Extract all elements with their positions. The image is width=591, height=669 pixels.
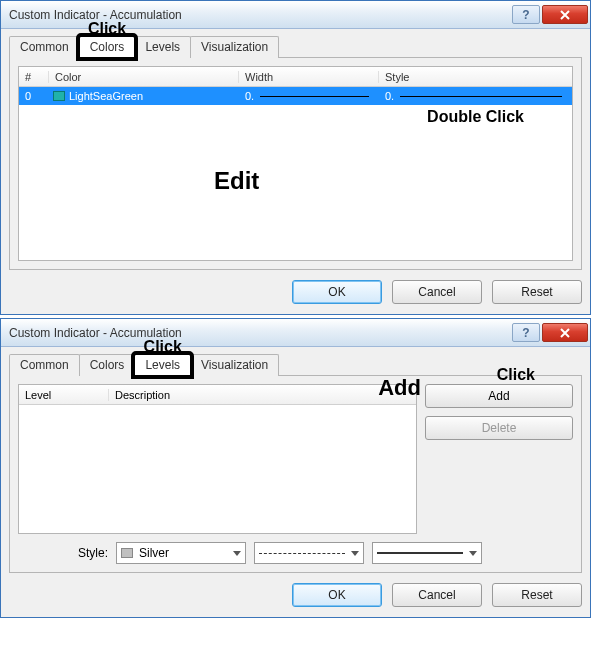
dialog-body: Common Colors Click Levels Visualization… bbox=[1, 29, 590, 314]
colors-table: # Color Width Style 0 LightSeaGreen 0. bbox=[18, 66, 573, 261]
table-row[interactable]: 0 LightSeaGreen 0. 0. bbox=[19, 87, 572, 105]
color-swatch-icon bbox=[53, 91, 65, 101]
line-sample-icon bbox=[260, 96, 369, 97]
button-row: OK Cancel Reset bbox=[9, 583, 582, 607]
window-title: Custom Indicator - Accumulation bbox=[9, 8, 510, 22]
levels-dialog: Custom Indicator - Accumulation ? Common… bbox=[0, 318, 591, 618]
close-button[interactable] bbox=[542, 323, 588, 342]
style-dash-combo[interactable] bbox=[254, 542, 364, 564]
cancel-button[interactable]: Cancel bbox=[392, 583, 482, 607]
delete-button[interactable]: Delete bbox=[425, 416, 573, 440]
click-annotation: Click bbox=[88, 20, 126, 38]
style-row: Style: Silver bbox=[18, 542, 573, 564]
colors-dialog: Custom Indicator - Accumulation ? Common… bbox=[0, 0, 591, 315]
solid-sample-icon bbox=[377, 552, 463, 554]
row-style-cell[interactable]: 0. bbox=[379, 90, 572, 102]
close-button[interactable] bbox=[542, 5, 588, 24]
cancel-button[interactable]: Cancel bbox=[392, 280, 482, 304]
add-button[interactable]: Add bbox=[425, 384, 573, 408]
width-label: 0. bbox=[245, 90, 254, 102]
style-width-combo[interactable] bbox=[372, 542, 482, 564]
row-color-cell[interactable]: LightSeaGreen bbox=[49, 90, 239, 102]
style-label: 0. bbox=[385, 90, 394, 102]
tab-common[interactable]: Common bbox=[9, 354, 80, 376]
side-click-annotation: Click bbox=[497, 366, 535, 384]
style-color-name: Silver bbox=[139, 546, 169, 560]
col-color[interactable]: Color bbox=[49, 71, 239, 83]
chevron-down-icon bbox=[469, 551, 477, 556]
reset-button[interactable]: Reset bbox=[492, 280, 582, 304]
style-color-combo[interactable]: Silver bbox=[116, 542, 246, 564]
dash-sample-icon bbox=[259, 553, 345, 554]
levels-side-buttons: Click Add Delete bbox=[425, 384, 573, 534]
reset-button[interactable]: Reset bbox=[492, 583, 582, 607]
titlebar-buttons: ? bbox=[510, 323, 588, 342]
row-width-cell[interactable]: 0. bbox=[239, 90, 379, 102]
tab-levels[interactable]: Levels bbox=[134, 36, 191, 58]
levels-table: Level Description bbox=[18, 384, 417, 534]
style-label: Style: bbox=[78, 546, 108, 560]
tab-label: Colors bbox=[90, 40, 125, 54]
help-button[interactable]: ? bbox=[512, 5, 540, 24]
titlebar[interactable]: Custom Indicator - Accumulation ? bbox=[1, 319, 590, 347]
dialog-body: Common Colors Levels Click Visualization… bbox=[1, 347, 590, 617]
silver-swatch-icon bbox=[121, 548, 133, 558]
ok-button[interactable]: OK bbox=[292, 280, 382, 304]
tab-levels[interactable]: Levels Click bbox=[134, 354, 191, 376]
chevron-down-icon bbox=[233, 551, 241, 556]
click-annotation: Click bbox=[144, 338, 182, 356]
line-sample-icon bbox=[400, 96, 562, 97]
chevron-down-icon bbox=[351, 551, 359, 556]
col-level[interactable]: Level bbox=[19, 389, 109, 401]
edit-annotation: Edit bbox=[214, 167, 259, 195]
levels-body: Level Description Click Add Delete bbox=[18, 384, 573, 534]
tabs: Common Colors Click Levels Visualization bbox=[9, 35, 582, 58]
tab-visualization[interactable]: Visualization bbox=[190, 354, 279, 376]
row-index: 0 bbox=[19, 90, 49, 102]
tab-colors[interactable]: Colors Click bbox=[79, 36, 136, 58]
window-title: Custom Indicator - Accumulation bbox=[9, 326, 510, 340]
col-width[interactable]: Width bbox=[239, 71, 379, 83]
tab-panel-levels: Add Level Description Click Add Delete S… bbox=[9, 376, 582, 573]
double-click-annotation: Double Click bbox=[427, 108, 524, 126]
ok-button[interactable]: OK bbox=[292, 583, 382, 607]
help-button[interactable]: ? bbox=[512, 323, 540, 342]
titlebar-buttons: ? bbox=[510, 5, 588, 24]
col-number[interactable]: # bbox=[19, 71, 49, 83]
col-style[interactable]: Style bbox=[379, 71, 572, 83]
add-annotation: Add bbox=[378, 375, 421, 401]
tab-panel-colors: # Color Width Style 0 LightSeaGreen 0. bbox=[9, 58, 582, 270]
color-name: LightSeaGreen bbox=[69, 90, 143, 102]
tab-colors[interactable]: Colors bbox=[79, 354, 136, 376]
col-description[interactable]: Description bbox=[109, 389, 416, 401]
tab-label: Levels bbox=[145, 358, 180, 372]
button-row: OK Cancel Reset bbox=[9, 280, 582, 304]
tab-visualization[interactable]: Visualization bbox=[190, 36, 279, 58]
colors-table-header: # Color Width Style bbox=[19, 67, 572, 87]
tab-common[interactable]: Common bbox=[9, 36, 80, 58]
levels-table-header: Level Description bbox=[19, 385, 416, 405]
